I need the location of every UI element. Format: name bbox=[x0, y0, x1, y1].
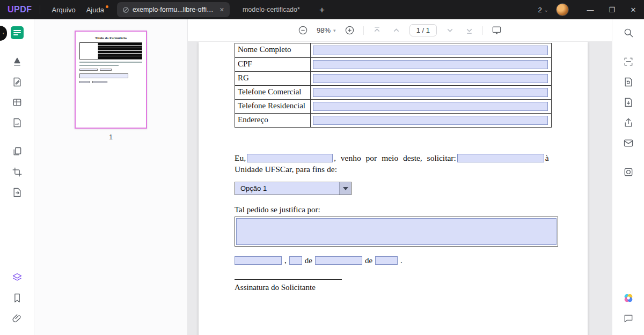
right-sidebar bbox=[612, 19, 644, 335]
count-badge: 2 bbox=[538, 6, 541, 14]
rg-field[interactable] bbox=[313, 74, 548, 83]
convert-button[interactable] bbox=[7, 183, 27, 202]
new-tab-button[interactable]: + bbox=[315, 3, 329, 17]
share-button[interactable] bbox=[618, 114, 639, 132]
edit-pdf-button[interactable] bbox=[7, 73, 27, 91]
menu-separator bbox=[40, 5, 40, 14]
thumbnail-title: Título do Formulário bbox=[79, 36, 142, 40]
date-separator: , bbox=[284, 256, 287, 265]
annotate-button[interactable] bbox=[7, 53, 27, 71]
history-button[interactable] bbox=[618, 163, 639, 181]
page-thumbnail[interactable]: Título do Formulário bbox=[75, 31, 147, 129]
thumbnail-page-number: 1 bbox=[109, 133, 113, 141]
titlebar: UPDF Arquivo Ajuda exemplo-formu...libre… bbox=[0, 0, 644, 19]
zoom-level-value: 98% bbox=[317, 26, 331, 34]
request-suffix: à bbox=[545, 153, 549, 162]
ocr-button[interactable] bbox=[618, 53, 639, 71]
signature-label: Assinatura do Solicitante bbox=[235, 283, 316, 292]
request-paragraph: Eu,, venho por meio deste, solicitar:à U… bbox=[235, 152, 553, 175]
form-table-icon bbox=[12, 97, 23, 108]
cpf-field[interactable] bbox=[313, 60, 548, 69]
doc-download-icon bbox=[623, 97, 634, 108]
menu-arquivo[interactable]: Arquivo bbox=[47, 3, 81, 17]
zoom-out-button[interactable] bbox=[296, 24, 310, 37]
updf-app: UPDF Arquivo Ajuda exemplo-formu...libre… bbox=[0, 0, 644, 335]
restore-button[interactable]: ❐ bbox=[601, 0, 623, 19]
minimize-button[interactable]: — bbox=[580, 0, 601, 19]
updf-ai-button[interactable] bbox=[618, 289, 639, 307]
account-count-dropdown[interactable]: 2 ⌄ bbox=[538, 6, 548, 14]
request-prefix: Eu, bbox=[235, 153, 246, 162]
attachment-button[interactable] bbox=[7, 309, 27, 327]
layers-button[interactable] bbox=[7, 269, 27, 287]
day-field[interactable] bbox=[289, 256, 302, 265]
doc-refresh-icon bbox=[623, 77, 634, 87]
presentation-button[interactable] bbox=[490, 24, 503, 37]
close-button[interactable]: ✕ bbox=[623, 0, 644, 19]
share-icon bbox=[623, 117, 634, 128]
request-subject-field[interactable] bbox=[457, 154, 544, 162]
thumbnail-textarea bbox=[79, 73, 128, 78]
pages-icon bbox=[12, 146, 23, 157]
organize-pages-button[interactable] bbox=[7, 143, 27, 161]
zoom-level-dropdown[interactable]: 98% ▾ bbox=[317, 26, 336, 34]
justification-textarea[interactable] bbox=[235, 217, 558, 247]
row-label: CPF bbox=[235, 58, 311, 71]
next-page-button[interactable] bbox=[444, 24, 456, 36]
purpose-dropdown[interactable]: Opção 1 bbox=[235, 182, 352, 195]
email-button[interactable] bbox=[618, 134, 639, 152]
city-field[interactable] bbox=[235, 256, 282, 265]
logo-u: U bbox=[8, 5, 14, 14]
tab-label: modelo-certificado* bbox=[243, 6, 300, 13]
tab-close-icon[interactable]: ✕ bbox=[219, 6, 224, 13]
last-page-button[interactable] bbox=[463, 24, 475, 36]
telefone-comercial-field[interactable] bbox=[313, 88, 548, 97]
update-notification-dot bbox=[106, 5, 108, 8]
avatar[interactable] bbox=[556, 3, 569, 16]
telefone-residencial-field[interactable] bbox=[313, 102, 548, 111]
dropdown-arrow-button[interactable] bbox=[339, 182, 351, 195]
previous-page-button[interactable] bbox=[390, 24, 402, 36]
layers-icon bbox=[12, 272, 23, 283]
toolbar-divider bbox=[482, 26, 483, 35]
menu-ajuda[interactable]: Ajuda bbox=[81, 3, 109, 17]
export-button[interactable] bbox=[618, 93, 639, 111]
comment-button[interactable] bbox=[618, 309, 639, 327]
bookmark-icon bbox=[12, 293, 23, 303]
logo-pdf: PDF bbox=[14, 5, 32, 14]
sign-button[interactable] bbox=[7, 114, 27, 132]
row-label: Telefone Residencial bbox=[235, 100, 311, 113]
history-icon bbox=[623, 167, 634, 177]
zoom-in-button[interactable] bbox=[343, 24, 356, 37]
endereco-field[interactable] bbox=[313, 116, 548, 125]
form-button[interactable] bbox=[7, 93, 27, 111]
year-field[interactable] bbox=[375, 256, 398, 265]
tab-modelo-certificado[interactable]: modelo-certificado* bbox=[237, 2, 305, 17]
date-period: . bbox=[400, 256, 402, 265]
table-row: Nome Completo bbox=[235, 43, 551, 57]
thumbnail-fields bbox=[79, 69, 142, 71]
tab-exemplo-formulario[interactable]: exemplo-formu...libre-office* ✕ bbox=[117, 2, 230, 17]
page-indicator[interactable]: 1 / 1 bbox=[409, 24, 437, 36]
compress-button[interactable] bbox=[618, 73, 639, 91]
crop-button[interactable] bbox=[7, 163, 27, 181]
request-line2: Unidade UFSCar, para fins de: bbox=[235, 163, 553, 175]
bookmark-button[interactable] bbox=[7, 289, 27, 307]
dropdown-value: Opção 1 bbox=[235, 182, 339, 195]
signature-line bbox=[235, 279, 342, 280]
main-area: 98% ▾ 1 / 1 bbox=[188, 19, 612, 335]
requester-name-field[interactable] bbox=[247, 154, 333, 162]
paperclip-icon bbox=[12, 313, 23, 324]
month-field[interactable] bbox=[315, 256, 362, 265]
search-button[interactable] bbox=[618, 24, 639, 42]
document-viewer[interactable]: Nome Completo CPF RG Telefone Comer bbox=[188, 42, 612, 335]
titlebar-right: 2 ⌄ — ❐ ✕ bbox=[538, 0, 644, 19]
date-de: de bbox=[365, 256, 372, 265]
first-page-button[interactable] bbox=[371, 24, 383, 36]
thumbnail-date-fields bbox=[79, 81, 142, 83]
highlighter-icon bbox=[12, 56, 23, 67]
nome-completo-field[interactable] bbox=[313, 46, 548, 55]
search-icon bbox=[623, 27, 634, 38]
reader-mode-button[interactable] bbox=[7, 24, 27, 42]
chat-bubble-icon bbox=[623, 313, 634, 324]
